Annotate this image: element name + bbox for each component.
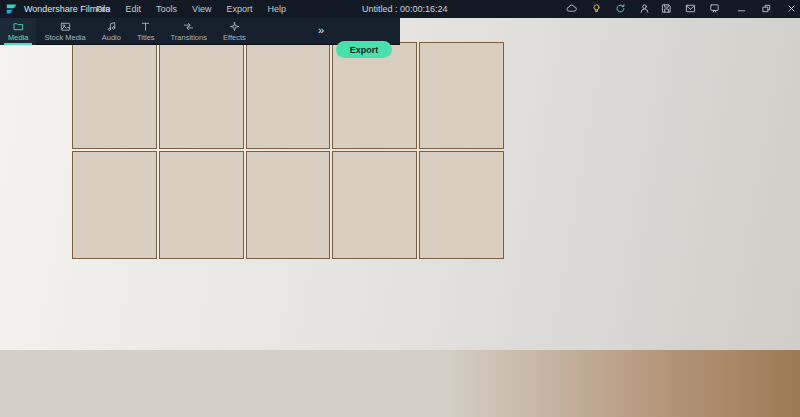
more-tabs-chevron[interactable]: » — [318, 24, 323, 36]
restore-icon[interactable] — [761, 3, 772, 14]
menu-tools[interactable]: Tools — [156, 4, 177, 14]
tab-label: Audio — [102, 33, 121, 42]
minimize-icon[interactable] — [736, 3, 747, 14]
menu-edit[interactable]: Edit — [126, 4, 142, 14]
tab-label: Media — [8, 33, 28, 42]
folder-icon — [13, 21, 24, 32]
transitions-icon — [183, 21, 194, 32]
project-title: Untitled : 00:00:16:24 — [362, 4, 448, 14]
timeline: 00:00:0000:00:02:0000:00:04:0000:00:06:0… — [0, 108, 800, 417]
filmora-app: Wondershare Filmora FileEditToolsViewExp… — [0, 0, 800, 417]
tab-audio[interactable]: Audio — [94, 18, 129, 45]
menu-bar: FileEditToolsViewExportHelp — [96, 0, 286, 18]
image-icon — [60, 21, 71, 32]
room-thumbnail — [0, 0, 800, 417]
mail-icon[interactable] — [685, 3, 696, 14]
tab-effects[interactable]: Effects — [215, 18, 254, 45]
timeline-clip-empty-shot[interactable]: ▶Empty shot — [0, 345, 520, 398]
title-bar: Wondershare Filmora FileEditToolsViewExp… — [0, 0, 800, 18]
tab-transitions[interactable]: Transitions — [163, 18, 215, 45]
tab-titles[interactable]: Titles — [129, 18, 163, 45]
device-icon[interactable] — [709, 3, 720, 14]
tab-label: Effects — [223, 33, 246, 42]
menu-export[interactable]: Export — [226, 4, 252, 14]
filmora-logo-icon — [6, 3, 18, 15]
tab-label: Transitions — [171, 33, 207, 42]
menu-view[interactable]: View — [192, 4, 211, 14]
sync-icon[interactable] — [615, 3, 626, 14]
tab-stock-media[interactable]: Stock Media — [36, 18, 93, 45]
bulb-icon[interactable] — [591, 3, 602, 14]
tab-label: Titles — [137, 33, 155, 42]
effects-icon — [229, 21, 240, 32]
menu-help[interactable]: Help — [267, 4, 286, 14]
user-icon[interactable] — [639, 3, 650, 14]
panel-tab-bar: MediaStock MediaAudioTitlesTransitionsEf… — [0, 18, 400, 45]
save-icon[interactable] — [661, 3, 672, 14]
titles-icon — [140, 21, 151, 32]
note-icon — [106, 21, 117, 32]
tab-media[interactable]: Media — [0, 18, 36, 45]
tab-label: Stock Media — [44, 33, 85, 42]
export-button[interactable]: Export — [336, 41, 392, 58]
menu-file[interactable]: File — [96, 4, 111, 14]
close-icon[interactable] — [786, 3, 797, 14]
cloud-icon[interactable] — [566, 3, 577, 14]
